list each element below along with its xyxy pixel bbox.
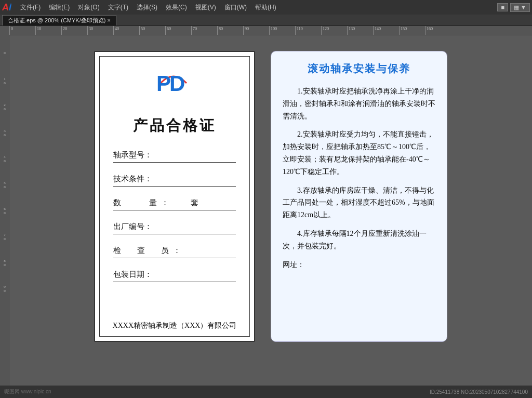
logo-letter-p: P <box>156 73 171 95</box>
menu-view[interactable]: 视图(V) <box>192 2 220 13</box>
maintenance-para-1: 1.安装轴承时应把轴承洗净再涂上干净的润滑油，密封轴承和和涂有润滑油的轴承安装时… <box>283 85 435 122</box>
ruler-mark-140: 140 <box>373 26 399 35</box>
maintenance-content: 1.安装轴承时应把轴承洗净再涂上干净的润滑油，密封轴承和和涂有润滑油的轴承安装时… <box>283 85 435 271</box>
vruler-50: 50 <box>0 181 9 189</box>
field-value-quantity: 套 <box>173 198 236 208</box>
active-tab[interactable]: 合格证.eps @ 200% (CMYK/叠印预览) × <box>2 15 116 25</box>
menu-edit[interactable]: 编辑(E) <box>45 2 73 13</box>
app-logo: Ai <box>2 2 11 13</box>
menu-effect[interactable]: 效果(C) <box>162 2 191 13</box>
canvas-area: P D 产品合格证 轴承型号： 技术条件： 数 量： 套 <box>9 35 532 386</box>
ruler-mark-0: 0 <box>9 26 35 35</box>
field-label-pack-date: 包装日期： <box>113 270 160 280</box>
vruler-20: 20 <box>0 103 9 111</box>
vruler-90: 90 <box>0 285 9 293</box>
menu-items: 文件(F) 编辑(E) 对象(O) 文字(T) 选择(S) 效果(C) 视图(V… <box>17 2 280 13</box>
pd-logo: P D <box>156 73 193 101</box>
logo-area: P D <box>156 73 193 101</box>
ruler-mark-10: 10 <box>35 26 61 35</box>
ruler-mark-110: 110 <box>295 26 321 35</box>
toolbar-right: ■ ▦ ▼ <box>497 3 530 12</box>
ruler-mark-30: 30 <box>87 26 113 35</box>
field-label-inspector: 检 查 员： <box>113 246 185 256</box>
vruler-60: 60 <box>0 207 9 215</box>
vruler-10: 10 <box>0 77 9 85</box>
watermark-text: 昵图网 www.nipic.cn <box>4 388 51 395</box>
ruler-mark-70: 70 <box>191 26 217 35</box>
field-inspector: 检 查 员： <box>113 246 236 258</box>
certificate-fields: 轴承型号： 技术条件： 数 量： 套 出厂编号： 检 查 员： <box>105 150 244 282</box>
ruler-mark-120: 120 <box>321 26 347 35</box>
menu-file[interactable]: 文件(F) <box>17 2 44 13</box>
ruler-mark-40: 40 <box>113 26 139 35</box>
menu-help[interactable]: 帮助(H) <box>251 2 280 13</box>
field-tech-condition: 技术条件： <box>113 174 236 187</box>
arrange-button[interactable]: ▦ ▼ <box>510 3 530 12</box>
maintenance-card: 滚动轴承安装与保养 1.安装轴承时应把轴承洗净再涂上干净的润滑油，密封轴承和和涂… <box>271 51 447 342</box>
certificate-title: 产品合格证 <box>133 116 216 136</box>
field-label-bearing-model: 轴承型号： <box>113 150 160 160</box>
ruler-left: 0 10 20 30 40 50 60 70 80 90 <box>0 35 9 386</box>
vruler-40: 40 <box>0 155 9 163</box>
vruler-30: 30 <box>0 129 9 137</box>
field-quantity: 数 量： 套 <box>113 198 236 210</box>
menubar: Ai 文件(F) 编辑(E) 对象(O) 文字(T) 选择(S) 效果(C) 视… <box>0 0 532 15</box>
menu-object[interactable]: 对象(O) <box>74 2 103 13</box>
tabbar: 合格证.eps @ 200% (CMYK/叠印预览) × <box>0 15 532 26</box>
ruler-mark-50: 50 <box>139 26 165 35</box>
field-pack-date: 包装日期： <box>113 270 236 282</box>
website-row: 网址： <box>283 259 435 271</box>
field-label-serial: 出厂编号： <box>113 222 160 232</box>
maintenance-para-3: 3.存放轴承的库房应干燥、清洁，不得与化工产品同处一处，相对湿度不超过65%，与… <box>283 184 435 221</box>
field-serial: 出厂编号： <box>113 222 236 234</box>
field-label-quantity: 数 量： <box>113 198 173 208</box>
maintenance-title: 滚动轴承安装与保养 <box>283 62 435 76</box>
mode-button[interactable]: ■ <box>497 3 508 11</box>
company-name: XXXX精密轴承制造（XXX）有限公司 <box>113 306 237 330</box>
ruler-mark-160: 160 <box>425 26 451 35</box>
maintenance-para-2: 2.安装轴承时应受力均匀，不能直接锤击，加热安装时，应把轴承加热至85℃～100… <box>283 128 435 178</box>
ruler-mark-60: 60 <box>165 26 191 35</box>
field-label-tech: 技术条件： <box>113 174 160 184</box>
ruler-marks-top: 0 10 20 30 40 50 60 70 80 90 100 110 120… <box>9 26 451 35</box>
product-certificate-card: P D 产品合格证 轴承型号： 技术条件： 数 量： 套 <box>94 51 255 342</box>
vruler-70: 70 <box>0 233 9 241</box>
menu-select[interactable]: 选择(S) <box>133 2 161 13</box>
ruler-corner <box>0 26 9 35</box>
maintenance-para-4: 4.库存轴承每隔12个月应重新清洗涂油一次，并包装完好。 <box>283 228 435 253</box>
vruler-80: 80 <box>0 259 9 267</box>
ruler-mark-150: 150 <box>399 26 425 35</box>
ruler-mark-20: 20 <box>61 26 87 35</box>
website-label: 网址： <box>283 261 304 269</box>
menu-text[interactable]: 文字(T) <box>104 2 132 13</box>
menu-window[interactable]: 窗口(W) <box>221 2 250 13</box>
logo-letter-d: D <box>169 73 185 95</box>
statusbar: 昵图网 www.nipic.cn ID:25411738 NO:20230507… <box>0 386 532 398</box>
ruler-mark-100: 100 <box>269 26 295 35</box>
ruler-mark-90: 90 <box>243 26 269 35</box>
field-bearing-model: 轴承型号： <box>113 150 236 163</box>
ruler-mark-80: 80 <box>217 26 243 35</box>
status-id: ID:25411738 NO:20230507102827744100 <box>430 389 528 395</box>
vruler-0: 0 <box>0 51 9 55</box>
ruler-top: 0 10 20 30 40 50 60 70 80 90 100 110 120… <box>0 26 532 35</box>
ruler-mark-130: 130 <box>347 26 373 35</box>
documents-container: P D 产品合格证 轴承型号： 技术条件： 数 量： 套 <box>94 46 447 342</box>
